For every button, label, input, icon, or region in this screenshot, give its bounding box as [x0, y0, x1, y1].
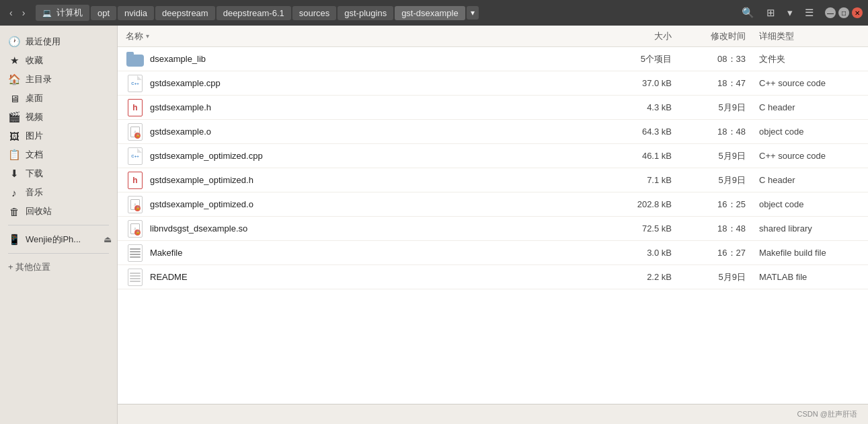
sidebar-section-other: + 其他位置	[0, 256, 117, 278]
table-row[interactable]: A 🔒 libnvdsgst_dsexample.so 72.5 kB 18：4…	[118, 217, 868, 241]
sidebar-item-music[interactable]: ♪ 音乐	[0, 183, 117, 202]
file-name-cell: A 🔒 libnvdsgst_dsexample.so	[126, 219, 618, 238]
sidebar: 🕐 最近使用 ★ 收藏 🏠 主目录 🖥 桌面 🎬 视频 🖼 图片	[0, 26, 118, 424]
trash-icon: 🗑	[8, 206, 20, 217]
sidebar-item-desktop[interactable]: 🖥 桌面	[0, 89, 117, 108]
breadcrumb-sources[interactable]: sources	[292, 6, 337, 20]
music-icon: ♪	[8, 187, 20, 199]
col-header-size[interactable]: 大小	[618, 30, 685, 42]
sidebar-label-other: + 其他位置	[8, 261, 50, 273]
nav-buttons: ‹ ›	[5, 5, 29, 21]
file-size-cell: 3.0 kB	[618, 248, 685, 258]
file-size-cell: 64.3 kB	[618, 127, 685, 137]
file-icon-folder	[126, 50, 145, 69]
table-row[interactable]: A 🔒 gstdsexample_optimized.o 202.8 kB 16…	[118, 192, 868, 217]
sidebar-label-iphone: Wenjie的iPh...	[26, 234, 81, 246]
eject-button[interactable]: ⏏	[102, 233, 113, 246]
sidebar-label-videos: 视频	[26, 111, 43, 123]
desktop-icon: 🖥	[8, 93, 20, 104]
minimize-button[interactable]: —	[825, 7, 836, 18]
watermark-text: CSDN @肚声肝语	[797, 409, 857, 419]
breadcrumb-gstplugins[interactable]: gst-plugins	[338, 6, 393, 20]
file-name-cell: C++ gstdsexample_optimized.cpp	[126, 147, 618, 166]
breadcrumb-gstdsexample[interactable]: gst-dsexample	[395, 6, 465, 20]
file-size-cell: 7.1 kB	[618, 175, 685, 185]
file-name-cell: README	[126, 268, 618, 287]
sidebar-label-favorites: 收藏	[26, 55, 43, 67]
table-row[interactable]: Makefile 3.0 kB 16：27 Makefile build fil…	[118, 241, 868, 265]
sidebar-item-pictures[interactable]: 🖼 图片	[0, 127, 117, 145]
table-row[interactable]: A 🔒 gstdsexample.o 64.3 kB 18：48 object …	[118, 120, 868, 144]
file-modified-cell: 5月9日	[685, 271, 752, 283]
table-row[interactable]: h gstdsexample_optimized.h 7.1 kB 5月9日 C…	[118, 168, 868, 192]
breadcrumb-dropdown-button[interactable]: ▾	[467, 6, 479, 20]
grid-view-button[interactable]: ⊞	[762, 4, 780, 22]
breadcrumb-opt[interactable]: opt	[91, 6, 116, 20]
nav-forward-button[interactable]: ›	[18, 5, 30, 21]
search-button[interactable]: 🔍	[737, 4, 759, 22]
sidebar-label-music: 音乐	[26, 186, 43, 199]
file-type-cell: object code	[752, 199, 860, 209]
file-icon-obj: A 🔒	[126, 122, 145, 141]
sidebar-item-iphone[interactable]: 📱 Wenjie的iPh... ⏏	[0, 229, 117, 249]
file-size-cell: 4.3 kB	[618, 102, 685, 112]
download-icon: ⬇	[8, 168, 20, 180]
file-type-cell: C++ source code	[752, 151, 860, 161]
sidebar-label-recent: 最近使用	[26, 36, 61, 48]
file-icon-so: A 🔒	[126, 219, 145, 238]
main-layout: 🕐 最近使用 ★ 收藏 🏠 主目录 🖥 桌面 🎬 视频 🖼 图片	[0, 26, 868, 424]
sidebar-label-home: 主目录	[26, 73, 52, 85]
close-button[interactable]: ✕	[852, 7, 863, 18]
breadcrumb-computer[interactable]: 💻 计算机	[36, 5, 89, 21]
file-type-cell: C header	[752, 175, 860, 185]
file-name-text: gstdsexample.h	[150, 102, 211, 112]
column-headers: 名称 ▾ 大小 修改时间 详细类型	[118, 26, 868, 47]
file-name-text: gstdsexample.o	[150, 127, 211, 137]
sidebar-item-videos[interactable]: 🎬 视频	[0, 108, 117, 127]
breadcrumb-nvidia[interactable]: nvidia	[118, 6, 154, 20]
sidebar-item-trash[interactable]: 🗑 回收站	[0, 202, 117, 221]
file-name-cell: h gstdsexample_optimized.h	[126, 171, 618, 190]
menu-button[interactable]: ☰	[800, 4, 818, 22]
file-name-text: gstdsexample_optimized.cpp	[150, 151, 263, 161]
file-modified-cell: 18：47	[685, 77, 752, 90]
sidebar-item-recent[interactable]: 🕐 最近使用	[0, 32, 117, 51]
file-icon-readme	[126, 268, 145, 287]
table-row[interactable]: README 2.2 kB 5月9日 MATLAB file	[118, 265, 868, 289]
table-row[interactable]: C++ gstdsexample.cpp 37.0 kB 18：47 C++ s…	[118, 71, 868, 96]
file-icon-makefile	[126, 244, 145, 262]
table-row[interactable]: h gstdsexample.h 4.3 kB 5月9日 C header	[118, 96, 868, 120]
file-name-text: gstdsexample_optimized.h	[150, 175, 253, 185]
sidebar-divider	[8, 225, 109, 225]
breadcrumb-bar: 💻 计算机 opt nvidia deepstream deepstream-6…	[36, 5, 730, 21]
sidebar-item-documents[interactable]: 📋 文档	[0, 145, 117, 164]
table-row[interactable]: dsexample_lib 5个项目 08：33 文件夹	[118, 47, 868, 71]
col-header-name[interactable]: 名称 ▾	[126, 30, 618, 42]
sidebar-item-home[interactable]: 🏠 主目录	[0, 70, 117, 89]
sidebar-item-favorites[interactable]: ★ 收藏	[0, 51, 117, 70]
table-row[interactable]: C++ gstdsexample_optimized.cpp 46.1 kB 5…	[118, 144, 868, 168]
sidebar-item-other[interactable]: + 其他位置	[0, 258, 117, 277]
file-area: 名称 ▾ 大小 修改时间 详细类型 dsexample_lib 5个项	[118, 26, 868, 424]
file-modified-cell: 16：27	[685, 247, 752, 259]
sidebar-label-trash: 回收站	[26, 205, 52, 217]
view-options-button[interactable]: ▾	[783, 4, 797, 22]
maximize-button[interactable]: □	[838, 7, 849, 18]
titlebar-actions: 🔍 ⊞ ▾ ☰	[737, 4, 818, 22]
breadcrumb-deepstream61[interactable]: deepstream-6.1	[216, 6, 291, 20]
star-icon: ★	[8, 55, 20, 67]
breadcrumb-deepstream[interactable]: deepstream	[155, 6, 215, 20]
sidebar-item-downloads[interactable]: ⬇ 下载	[0, 164, 117, 183]
file-size-cell: 46.1 kB	[618, 151, 685, 161]
file-icon-h: h	[126, 171, 145, 190]
col-header-modified[interactable]: 修改时间	[685, 30, 752, 42]
sidebar-label-downloads: 下载	[26, 168, 43, 180]
col-header-type[interactable]: 详细类型	[752, 30, 860, 42]
video-icon: 🎬	[8, 111, 20, 123]
file-icon-h: h	[126, 98, 145, 117]
nav-back-button[interactable]: ‹	[5, 5, 17, 21]
iphone-item-left: 📱 Wenjie的iPh...	[8, 234, 81, 246]
file-modified-cell: 18：48	[685, 126, 752, 138]
file-modified-cell: 5月9日	[685, 102, 752, 114]
file-type-cell: Makefile build file	[752, 248, 860, 258]
